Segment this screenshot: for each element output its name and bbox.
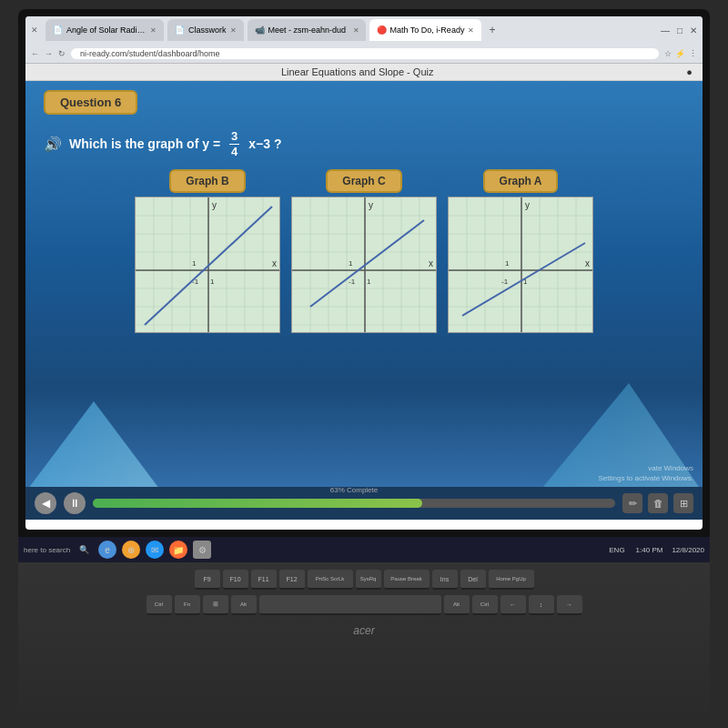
tab-meet-close[interactable]: ✕	[353, 26, 359, 35]
key-home[interactable]: Home PgUp	[489, 570, 534, 590]
minimize-button[interactable]: —	[661, 25, 670, 35]
key-alt-left[interactable]: Alt	[231, 595, 257, 615]
activate-windows-notice: vate Windows Settings to activate Window…	[599, 463, 694, 483]
graph-a-canvas[interactable]: y x -1 1 1	[448, 197, 593, 333]
back-arrow-icon[interactable]: ←	[31, 49, 39, 58]
back-nav-button[interactable]: ◀	[35, 492, 56, 514]
graph-a-button[interactable]: Graph A	[483, 169, 559, 193]
quiz-content: Question 6 🔊 Which is the graph of y = 3…	[25, 81, 703, 520]
graphs-container: Graph B	[44, 169, 684, 333]
key-f9[interactable]: F9	[195, 570, 220, 590]
menu-icon[interactable]: ⋮	[689, 49, 697, 58]
taskbar-mail-icon[interactable]: ✉	[146, 541, 164, 559]
extensions-icon[interactable]: ⚡	[675, 49, 685, 58]
key-f11[interactable]: F11	[251, 570, 277, 590]
taskbar-docs-icon[interactable]: 📁	[169, 541, 187, 559]
fraction-denominator: 4	[229, 145, 239, 159]
acer-logo: acer	[353, 624, 374, 637]
tab-meet-icon: 📹	[255, 25, 265, 35]
progress-label: 63% Complete	[330, 486, 378, 494]
svg-text:1: 1	[192, 259, 197, 268]
reload-icon[interactable]: ↻	[58, 49, 66, 58]
bottom-action-icons: ✏ 🗑 ⊞	[622, 493, 693, 513]
svg-text:x: x	[585, 258, 590, 268]
svg-text:1: 1	[505, 259, 510, 268]
bookmark-icon[interactable]: ☆	[664, 49, 672, 58]
svg-text:y: y	[525, 200, 530, 210]
graph-c-label: Graph C	[342, 175, 385, 187]
key-f10[interactable]: F10	[223, 570, 248, 590]
equation-rest: x−3 ?	[248, 136, 281, 151]
graph-c-button[interactable]: Graph C	[326, 169, 401, 193]
tab-solar[interactable]: 📄 Angle of Solar Radiation and T... ✕	[46, 19, 164, 41]
grid-icon-button[interactable]: ⊞	[673, 493, 693, 513]
forward-arrow-icon[interactable]: →	[45, 49, 53, 58]
tab-iready[interactable]: 🔴 Math To Do, i-Ready ✕	[369, 19, 482, 41]
graph-b-button[interactable]: Graph B	[169, 169, 245, 193]
svg-text:1: 1	[210, 278, 215, 286]
svg-text:1: 1	[367, 278, 371, 286]
delete-icon-button[interactable]: 🗑	[648, 493, 668, 513]
svg-text:1: 1	[349, 259, 353, 268]
quiz-title-bar: Linear Equations and Slope - Quiz ●	[25, 64, 703, 81]
pause-nav-button[interactable]: ⏸	[64, 492, 86, 514]
tab-classwork-close[interactable]: ✕	[230, 26, 237, 35]
keyboard-row-space: Ctrl Fn ⊞ Alt Alt Ctrl ← ↕ →	[147, 595, 582, 615]
key-del[interactable]: Del	[460, 570, 486, 590]
tab-classwork-icon: 📄	[175, 25, 185, 35]
key-fn[interactable]: Fn	[175, 595, 200, 615]
tab-classwork[interactable]: 📄 Classwork ✕	[167, 19, 244, 41]
taskbar-chrome-icon[interactable]: ⊕	[122, 541, 140, 559]
key-arrow-right[interactable]: →	[557, 595, 582, 615]
browser-tabs: ✕ 📄 Angle of Solar Radiation and T... ✕ …	[25, 16, 703, 44]
graph-c-svg: y x -1 1 1	[292, 197, 437, 333]
graph-a-svg: y x -1 1 1	[449, 197, 593, 333]
laptop: ✕ 📄 Angle of Solar Radiation and T... ✕ …	[0, 0, 728, 728]
screen-bezel: ✕ 📄 Angle of Solar Radiation and T... ✕ …	[18, 9, 710, 537]
quiz-bottom-bar: ◀ ⏸ 63% Complete ✏ 🗑 ⊞	[25, 487, 703, 520]
keyboard-row-fn: F9 F10 F11 F12 PrtSc ScrLk SysRq Pause B…	[195, 570, 534, 590]
key-win[interactable]: ⊞	[203, 595, 228, 615]
tab-iready-close[interactable]: ✕	[468, 26, 474, 35]
pencil-icon-button[interactable]: ✏	[622, 493, 642, 513]
taskbar-search-btn[interactable]: 🔍	[79, 545, 89, 554]
key-ins[interactable]: Ins	[432, 570, 458, 590]
url-display[interactable]: ni-ready.com/student/dashboard/home	[71, 48, 659, 59]
progress-bar-container: 63% Complete	[93, 499, 615, 508]
key-alt-right[interactable]: Alt	[444, 595, 470, 615]
key-sysrq[interactable]: SysRq	[356, 570, 381, 590]
key-space[interactable]	[259, 595, 441, 615]
key-f12[interactable]: F12	[279, 570, 305, 590]
graph-b-canvas[interactable]: y x -1 1 1	[135, 197, 280, 333]
key-ctrl-right[interactable]: Ctrl	[472, 595, 498, 615]
question-number-box: Question 6	[44, 90, 137, 115]
activate-line2: Settings to activate Windows.	[599, 473, 694, 483]
tab-meet-label: Meet - zsm-eahn-dud	[268, 25, 347, 35]
graph-b-item: Graph B	[135, 169, 280, 333]
graph-a-label: Graph A	[500, 175, 542, 187]
svg-text:-1: -1	[501, 278, 509, 286]
tab-solar-icon: 📄	[53, 25, 63, 35]
tab-meet[interactable]: 📹 Meet - zsm-eahn-dud ✕	[248, 19, 366, 41]
svg-text:y: y	[369, 200, 373, 210]
tab-iready-icon: 🔴	[377, 25, 387, 35]
key-arrow-up-down[interactable]: ↕	[529, 595, 554, 615]
new-tab-button[interactable]: +	[489, 24, 495, 36]
graph-b-label: Graph B	[186, 175, 228, 187]
key-pause[interactable]: Pause Break	[384, 570, 430, 590]
key-arrow-left[interactable]: ←	[500, 595, 526, 615]
svg-text:x: x	[429, 258, 433, 268]
key-prtsc[interactable]: PrtSc ScrLk	[308, 570, 353, 590]
graph-b-svg: y x -1 1 1	[136, 197, 280, 333]
tab-solar-close[interactable]: ✕	[150, 26, 157, 35]
question-prefix: Which is the graph of y =	[69, 136, 220, 151]
svg-text:y: y	[212, 200, 217, 210]
speaker-icon[interactable]: 🔊	[44, 136, 62, 153]
graph-c-canvas[interactable]: y x -1 1 1	[291, 197, 437, 333]
taskbar-settings-icon[interactable]: ⚙	[193, 541, 211, 559]
window-close[interactable]: ✕	[31, 25, 38, 35]
close-button[interactable]: ✕	[690, 25, 697, 35]
taskbar-ie-icon[interactable]: e	[98, 541, 116, 559]
maximize-button[interactable]: □	[677, 25, 682, 35]
key-ctrl-left[interactable]: Ctrl	[147, 595, 172, 615]
